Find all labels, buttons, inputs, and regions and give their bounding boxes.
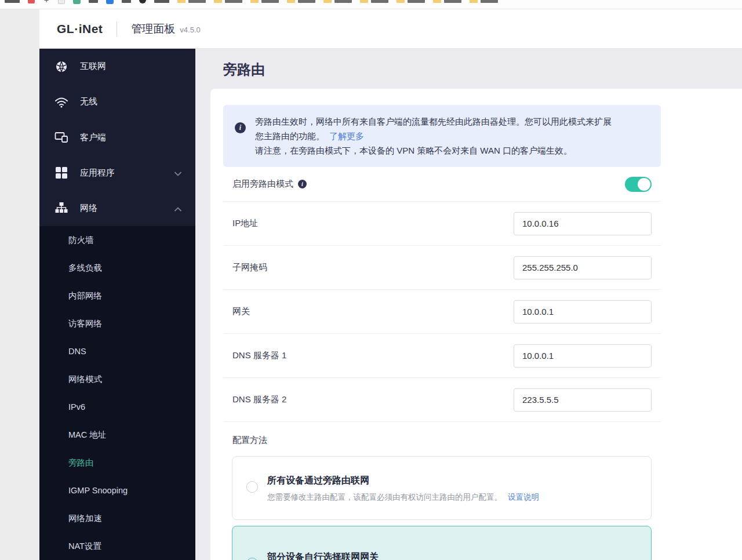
radio-selected-icon[interactable] <box>246 558 258 560</box>
sidebar-item-label: 应用程序 <box>80 168 174 179</box>
bookmark-item[interactable] <box>154 0 169 3</box>
dns-server-2-row: DNS 服务器 2 <box>223 378 661 422</box>
submenu-item-lan[interactable]: 内部网络 <box>39 282 195 310</box>
chevron-down-icon <box>174 168 181 178</box>
submenu-item-label: 内部网络 <box>68 290 102 301</box>
globe-icon <box>54 60 68 74</box>
sidebar-item-applications[interactable]: 应用程序 <box>39 155 195 191</box>
enable-drop-in-mode-row: 启用旁路由模式 i <box>223 167 661 202</box>
app-header: GL·iNet 管理面板 v4.5.0 <box>39 9 742 49</box>
bookmark-folder[interactable] <box>250 0 279 3</box>
submenu-item-nat-settings[interactable]: NAT设置 <box>39 532 195 560</box>
sidebar-item-label: 网络 <box>80 203 174 214</box>
submenu-item-network-acceleration[interactable]: 网络加速 <box>39 504 195 532</box>
bookmark-red-icon[interactable] <box>28 0 35 3</box>
app-blue-icon[interactable] <box>106 0 114 4</box>
info-icon[interactable]: i <box>298 180 307 188</box>
submenu-item-multi-wan[interactable]: 多线负载 <box>39 254 195 282</box>
option-all-devices-card[interactable]: 所有设备通过旁路由联网 您需要修改主路由配置，该配置必须由有权访问主路由的用户配… <box>232 456 652 520</box>
gateway-input[interactable] <box>514 300 652 323</box>
sidebar-item-label: 互联网 <box>80 61 181 72</box>
page-title: 旁路由 <box>223 60 742 79</box>
submenu-item-label: 网络加速 <box>68 513 102 524</box>
notice-line-3: 请注意，在旁路由模式下，本设备的 VPN 策略不会对来自 WAN 口的客户端生效… <box>255 143 612 158</box>
sidebar-item-network[interactable]: 网络 <box>39 191 195 226</box>
sidebar-item-clients[interactable]: 客户端 <box>39 119 195 155</box>
folder-icon <box>323 0 332 3</box>
folder-icon <box>433 0 441 3</box>
app-green-icon[interactable] <box>73 0 81 4</box>
bookmark-folder[interactable] <box>177 0 206 3</box>
drop-in-mode-toggle[interactable] <box>625 177 652 192</box>
notice-line-1: 旁路由生效时，网络中所有来自客户端的流量都先经由此路由器处理。您可以用此模式来扩… <box>255 114 612 129</box>
gateway-row: 网关 <box>223 290 661 334</box>
submenu-item-ipv6[interactable]: IPv6 <box>39 393 195 421</box>
config-method-label: 配置方法 <box>232 435 652 446</box>
bookmark-folder[interactable] <box>287 0 315 3</box>
submenu-item-mac-address[interactable]: MAC 地址 <box>39 421 195 449</box>
dns-server-2-input[interactable] <box>514 388 652 412</box>
page-gray-icon[interactable] <box>58 0 65 4</box>
netmask-input[interactable] <box>514 256 652 279</box>
header-divider <box>117 21 117 37</box>
folder-icon <box>177 0 186 3</box>
radio-unselected-icon[interactable] <box>246 481 258 493</box>
settings-panel: i 旁路由生效时，网络中所有来自客户端的流量都先经由此路由器处理。您可以用此模式… <box>210 89 742 560</box>
folder-icon <box>397 0 405 3</box>
submenu-item-label: 旁路由 <box>68 457 94 468</box>
submenu-item-label: IPv6 <box>68 402 85 412</box>
bookmark-folder[interactable] <box>214 0 242 3</box>
sidebar-item-label: 客户端 <box>80 132 181 143</box>
chevron-up-icon <box>174 203 181 213</box>
ip-address-input[interactable] <box>514 212 652 235</box>
submenu-item-label: 网络模式 <box>68 374 102 385</box>
submenu-item-firewall[interactable]: 防火墙 <box>39 226 195 254</box>
toggle-knob <box>638 178 650 191</box>
field-label: DNS 服务器 2 <box>232 394 286 405</box>
bookmark-folder[interactable] <box>470 0 498 3</box>
folder-icon <box>250 0 259 3</box>
submenu-item-dns[interactable]: DNS <box>39 337 195 365</box>
glinet-logo: GL·iNet <box>57 22 103 36</box>
learn-more-link[interactable]: 了解更多 <box>329 131 364 141</box>
bookmark-folder[interactable] <box>397 0 425 3</box>
option-some-devices-card[interactable]: 部分设备自行选择联网网关 <box>232 526 652 560</box>
submenu-item-network-mode[interactable]: 网络模式 <box>39 365 195 393</box>
clients-icon <box>54 130 68 144</box>
apps-icon <box>54 166 68 180</box>
submenu-item-label: DNS <box>68 347 86 356</box>
submenu-item-drop-in-gateway[interactable]: 旁路由 <box>39 449 195 477</box>
notice-line-2: 您主路由的功能。 <box>255 131 325 141</box>
admin-panel-title: 管理面板 <box>131 21 175 37</box>
sidebar-item-label: 无线 <box>80 96 181 107</box>
submenu-item-igmp-snooping[interactable]: IGMP Snooping <box>39 477 195 504</box>
submenu-item-guest-network[interactable]: 访客网络 <box>39 310 195 337</box>
field-label: 网关 <box>232 306 250 317</box>
wifi-icon <box>54 95 68 109</box>
info-icon: i <box>235 122 246 133</box>
bookmark-folder[interactable] <box>323 0 352 3</box>
sidebar-item-internet[interactable]: 互联网 <box>39 49 195 84</box>
option-description: 您需要修改主路由配置，该配置必须由有权访问主路由的用户配置。 <box>267 493 502 501</box>
network-icon <box>54 201 68 215</box>
screen: + GL·iNet 管理面板 v4. <box>0 0 742 560</box>
folder-icon <box>470 0 478 3</box>
field-label: DNS 服务器 1 <box>232 350 286 361</box>
bookmark-item[interactable] <box>5 0 20 3</box>
sidebar: 互联网 无线 客户端 <box>39 49 195 560</box>
firmware-version: v4.5.0 <box>180 26 200 34</box>
dns-server-1-input[interactable] <box>514 344 652 368</box>
field-label: IP地址 <box>232 218 258 229</box>
bookmark-item[interactable] <box>122 0 131 3</box>
network-submenu: 防火墙 多线负载 内部网络 访客网络 DNS 网络模式 IPv6 MAC 地址 … <box>39 226 195 560</box>
bookmark-item[interactable] <box>89 0 98 3</box>
bookmark-folder[interactable] <box>360 0 388 3</box>
setup-instructions-link[interactable]: 设置说明 <box>508 493 539 501</box>
submenu-item-label: 防火墙 <box>68 235 94 246</box>
circle-dark-icon[interactable] <box>139 0 146 3</box>
folder-icon <box>287 0 295 3</box>
new-tab-plus-icon[interactable]: + <box>43 0 50 3</box>
sidebar-item-wireless[interactable]: 无线 <box>39 84 195 119</box>
bookmark-folder[interactable] <box>433 0 461 3</box>
option-title: 部分设备自行选择联网网关 <box>267 551 379 560</box>
